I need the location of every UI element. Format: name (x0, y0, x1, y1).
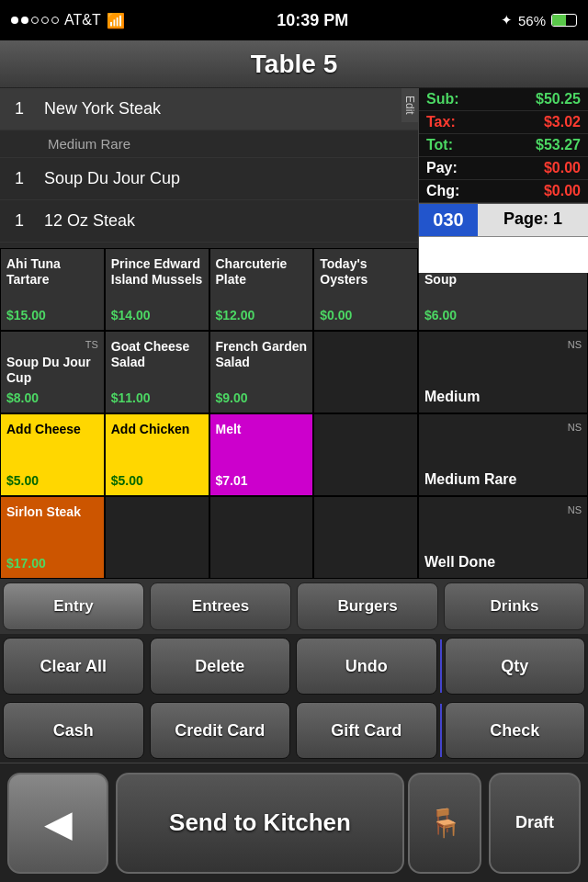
battery-fill (552, 15, 566, 26)
undo-button[interactable]: Undo (296, 638, 437, 695)
divider-1 (440, 639, 442, 693)
mod-medium-rare[interactable]: NS Medium Rare (418, 413, 588, 496)
clear-all-button[interactable]: Clear All (3, 638, 144, 695)
chair-button[interactable]: 🪑 (408, 773, 481, 874)
order-mod-text-1: Medium Rare (48, 136, 130, 152)
tot-value: $53.27 (536, 137, 581, 153)
time-label: 10:39 PM (277, 11, 348, 29)
chg-row: Chg: $0.00 (419, 180, 588, 203)
menu-item-empty-2 (313, 413, 418, 496)
delete-button[interactable]: Delete (150, 638, 291, 695)
pay-value: $0.00 (544, 160, 581, 176)
menu-item-charcuterie[interactable]: Charcuterie Plate $12.00 (209, 248, 314, 331)
menu-item-mussels[interactable]: Prince Edward Island Mussels $14.00 (105, 248, 209, 331)
pay-row: Pay: $0.00 (419, 157, 588, 180)
cash-button[interactable]: Cash (3, 702, 144, 759)
check-button[interactable]: Check (445, 702, 586, 759)
tax-value: $3.02 (544, 114, 581, 130)
dot1 (11, 17, 18, 24)
tot-row: Tot: $53.27 (419, 134, 588, 157)
menu-item-empty-4 (209, 496, 314, 579)
mod-well-done[interactable]: NS Well Done (418, 496, 588, 579)
order-qty-1: 1 (15, 99, 37, 119)
menu-item-french-garden[interactable]: French Garden Salad $9.00 (209, 331, 314, 413)
tab-burgers[interactable]: Burgers (297, 582, 438, 630)
input-box[interactable] (419, 236, 588, 273)
menu-item-add-cheese[interactable]: Add Cheese $5.00 (0, 413, 105, 496)
pay-label: Pay: (426, 160, 458, 176)
carrier-label: AT&T (64, 12, 101, 28)
back-arrow-icon: ◀ (44, 802, 73, 844)
tab-entrees[interactable]: Entrees (150, 582, 291, 630)
order-qty-3: 1 (15, 211, 37, 231)
header: Table 5 (0, 40, 588, 88)
category-tabs: Entry Entrees Burgers Drinks (0, 579, 588, 634)
dot5 (51, 17, 59, 24)
status-bar: AT&T 📶 10:39 PM ✦ 56% (0, 0, 588, 40)
dot2 (21, 17, 28, 24)
menu-item-ahi-tuna[interactable]: Ahi Tuna Tartare $15.00 (0, 248, 105, 331)
qty-button[interactable]: Qty (445, 638, 586, 695)
table-number[interactable]: 030 (419, 204, 478, 236)
menu-item-sirlon[interactable]: Sirlon Steak $17.00 (0, 496, 105, 579)
menu-item-empty-3 (105, 496, 209, 579)
tab-drinks[interactable]: Drinks (444, 582, 585, 630)
battery-indicator (551, 14, 577, 27)
payment-bar: Cash Credit Card Gift Card Check (0, 698, 588, 763)
bottom-bar: ◀ Send to Kitchen 🪑 Draft (0, 763, 588, 882)
sub-value: $50.25 (536, 91, 581, 107)
signal-dots (11, 17, 59, 24)
menu-item-add-chicken[interactable]: Add Chicken $5.00 (105, 413, 209, 496)
battery-bar (551, 14, 577, 27)
send-to-kitchen-button[interactable]: Send to Kitchen (116, 773, 404, 874)
menu-item-oysters[interactable]: Today's Oysters $0.00 (313, 248, 418, 331)
draft-button[interactable]: Draft (489, 773, 581, 874)
menu-item-empty-5 (313, 496, 418, 579)
gift-card-button[interactable]: Gift Card (296, 702, 437, 759)
order-qty-2: 1 (15, 169, 37, 188)
table-page-row: 030 Page: 1 (419, 203, 588, 236)
back-button[interactable]: ◀ (7, 773, 108, 874)
menu-item-empty-1 (313, 331, 418, 413)
divider-2 (440, 704, 442, 757)
chair-icon: 🪑 (428, 807, 462, 839)
menu-item-goat-cheese[interactable]: Goat Cheese Salad $11.00 (105, 331, 209, 413)
tax-label: Tax: (426, 114, 456, 130)
credit-card-button[interactable]: Credit Card (150, 702, 291, 759)
tax-row: Tax: $3.02 (419, 111, 588, 134)
battery-percent: 56% (518, 13, 546, 28)
menu-item-soup-du-jour[interactable]: TS Soup Du Jour Cup $8.00 (0, 331, 105, 413)
action-bar: Clear All Delete Undo Qty (0, 634, 588, 698)
menu-item-melt[interactable]: Melt $7.01 (209, 413, 314, 496)
edit-tab[interactable]: Edit (401, 88, 418, 122)
tab-entry[interactable]: Entry (3, 582, 144, 630)
page-number[interactable]: Page: 1 (478, 204, 588, 236)
bluetooth-icon: ✦ (501, 12, 513, 28)
chg-label: Chg: (426, 183, 459, 199)
page-title: Table 5 (251, 50, 337, 79)
sub-row: Sub: $50.25 (419, 88, 588, 111)
totals-panel: Sub: $50.25 Tax: $3.02 Tot: $53.27 Pay: … (418, 88, 588, 273)
dot4 (41, 17, 49, 24)
chg-value: $0.00 (544, 183, 581, 199)
tot-label: Tot: (426, 137, 453, 153)
dot3 (31, 17, 39, 24)
wifi-icon: 📶 (107, 12, 125, 29)
sub-label: Sub: (426, 91, 459, 107)
mod-medium[interactable]: NS Medium (418, 331, 588, 413)
